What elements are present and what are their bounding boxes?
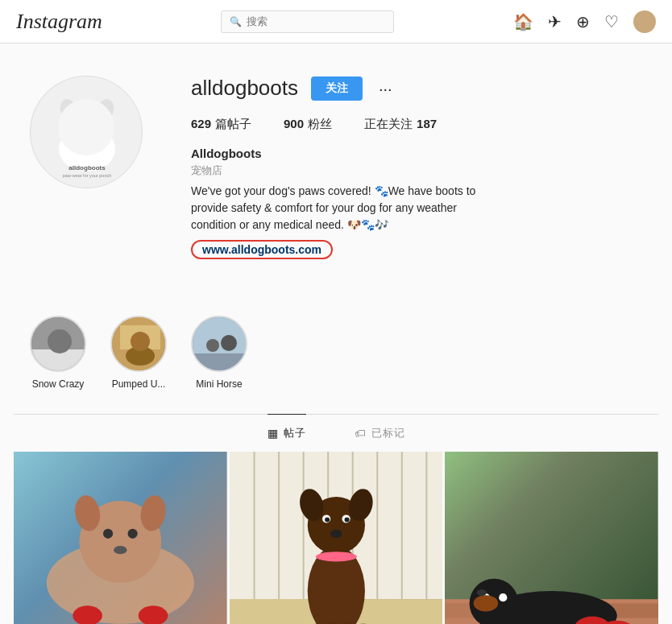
profile-avatar: alldogboots paw-wear for your pooch: [30, 76, 143, 188]
profile-username-row: alldogboots 关注 ···: [191, 76, 642, 101]
story-label-snow: Snow Crazy: [32, 378, 85, 390]
profile-bio: We've got your dog's paws covered! 🐾We h…: [191, 183, 497, 233]
posts-label: 篇帖子: [215, 117, 251, 132]
svg-point-15: [48, 329, 72, 353]
stories-section: Snow Crazy Pumped U... Mini Horse: [14, 316, 658, 414]
svg-point-8: [94, 118, 97, 121]
header-search-area: 🔍: [102, 10, 513, 33]
avatar-dog-image: alldogboots paw-wear for your pooch: [31, 76, 142, 188]
send-icon[interactable]: ✈: [548, 14, 562, 30]
following-count: 187: [417, 117, 437, 130]
header-icon-group: 🏠 ✈ ⊕ ♡: [513, 10, 656, 33]
svg-point-0: [31, 76, 143, 188]
posts-stat: 629 篇帖子: [191, 117, 251, 132]
profile-category: 宠物店: [191, 163, 642, 178]
posts-count: 629: [191, 117, 211, 130]
svg-point-76: [474, 595, 499, 611]
explore-icon[interactable]: ⊕: [576, 14, 590, 30]
home-icon[interactable]: 🏠: [513, 14, 533, 30]
profile-website-link[interactable]: www.alldogboots.com: [191, 240, 333, 259]
posts-grid: ★ ✦ ✦ ✦ ✦ ⬜: [14, 452, 658, 624]
following-stat: 正在关注 187: [364, 117, 437, 132]
profile-container: alldogboots paw-wear for your pooch alld…: [14, 43, 658, 316]
svg-point-60: [330, 530, 342, 538]
svg-point-2: [64, 101, 110, 146]
svg-text:alldogboots: alldogboots: [68, 164, 106, 171]
grid-icon: ▦: [268, 427, 279, 440]
followers-count: 900: [284, 117, 304, 130]
svg-point-58: [325, 517, 330, 522]
tag-icon: 🏷: [355, 427, 367, 440]
story-circle-horse: [191, 316, 247, 372]
story-item[interactable]: Mini Horse: [191, 316, 247, 390]
search-icon: 🔍: [230, 16, 242, 27]
story-circle-snow: [30, 316, 86, 372]
story-item[interactable]: Snow Crazy: [30, 316, 86, 390]
svg-point-6: [91, 117, 97, 123]
tabs-section: ▦ 帖子 🏷 已标记: [14, 414, 658, 452]
svg-point-75: [500, 593, 508, 601]
grid-post-3[interactable]: [445, 452, 658, 624]
avatar-dog-svg: alldogboots paw-wear for your pooch: [31, 76, 143, 188]
search-input[interactable]: [247, 15, 385, 27]
following-prefix: 正在关注: [364, 117, 413, 132]
site-header: Instagram 🔍 🏠 ✈ ⊕ ♡: [0, 0, 672, 43]
search-box[interactable]: 🔍: [221, 10, 394, 33]
profile-info: alldogboots 关注 ··· 629 篇帖子 900 粉丝 正在关注 1…: [191, 76, 642, 259]
svg-point-29: [103, 529, 113, 539]
grid-post-1[interactable]: [14, 452, 227, 624]
more-options-button[interactable]: ···: [375, 81, 396, 97]
svg-point-77: [477, 589, 487, 596]
heart-icon[interactable]: ♡: [604, 14, 619, 30]
svg-point-7: [80, 118, 82, 121]
svg-text:paw-wear for your pooch: paw-wear for your pooch: [63, 173, 112, 178]
followers-stat: 900 粉丝: [284, 117, 332, 132]
profile-username: alldogboots: [191, 76, 298, 101]
svg-point-30: [127, 529, 137, 539]
story-label-horse: Mini Horse: [196, 378, 242, 390]
follow-button[interactable]: 关注: [311, 76, 363, 101]
instagram-logo: Instagram: [16, 10, 102, 34]
svg-point-5: [77, 117, 83, 123]
tab-posts-label: 帖子: [284, 426, 306, 440]
profile-display-name: Alldogboots: [191, 147, 642, 160]
profile-avatar-wrap: alldogboots paw-wear for your pooch: [30, 76, 143, 188]
profile-header: alldogboots paw-wear for your pooch alld…: [30, 76, 642, 259]
svg-point-23: [221, 335, 237, 351]
svg-point-33: [114, 546, 127, 554]
svg-point-47: [316, 552, 357, 561]
profile-stats: 629 篇帖子 900 粉丝 正在关注 187: [191, 117, 642, 132]
svg-point-19: [131, 332, 150, 351]
story-item[interactable]: Pumped U...: [110, 316, 167, 390]
tabs-row: ▦ 帖子 🏷 已标记: [14, 415, 658, 452]
svg-rect-21: [193, 353, 247, 372]
tab-posts[interactable]: ▦ 帖子: [268, 414, 306, 452]
grid-post-2[interactable]: [230, 452, 443, 624]
svg-point-22: [206, 339, 219, 352]
user-avatar-header[interactable]: [633, 10, 656, 33]
tab-tagged-label: 已标记: [371, 426, 405, 440]
svg-rect-10: [75, 141, 99, 145]
svg-point-59: [344, 517, 349, 522]
followers-label: 粉丝: [308, 117, 332, 132]
tab-tagged[interactable]: 🏷 已标记: [355, 414, 405, 452]
svg-point-9: [83, 126, 91, 131]
story-label-pumped: Pumped U...: [112, 378, 166, 390]
story-circle-pumped: [110, 316, 167, 372]
